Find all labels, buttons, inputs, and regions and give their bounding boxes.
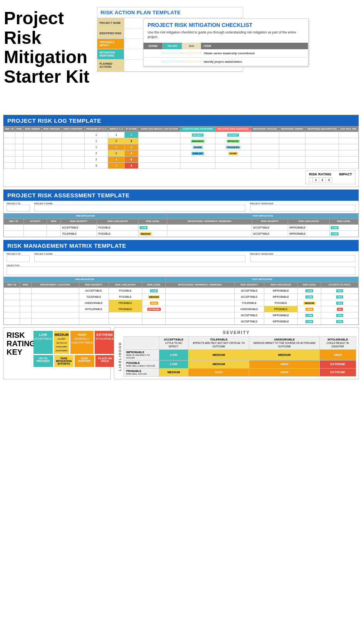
lr3-pos: SHARE	[180, 144, 215, 150]
rrk-medium: MEDIUMALARP(as low as reasonably practic…	[54, 331, 70, 354]
lr2-rtrigger	[251, 138, 279, 144]
col-resp-trigger: RESPONSE TRIGGER	[251, 127, 279, 132]
mr4-post-level: HIGH	[298, 306, 321, 312]
col-risk: RISK	[15, 127, 23, 132]
ar2-pre-level: MEDIUM	[138, 230, 167, 237]
col-a-post-sev: RISK SEVERITY	[252, 219, 288, 224]
mr2-post-sev: ACCEPTABLE	[234, 294, 264, 300]
ar1-pre-level: LOW	[138, 224, 167, 230]
sev-cell-pos-und: HIGH	[249, 360, 320, 368]
lr1-trigger	[42, 132, 62, 138]
matrix-row-4: INTOLERABLE PROBABLE EXTREME UNDESIRABLE…	[4, 306, 359, 312]
lr2-neg: MITIGATE	[215, 138, 251, 144]
checklist-header: PROJECT RISK MITIGATION CHECKLIST	[143, 19, 308, 30]
mr4-ref	[4, 306, 20, 312]
mr4-post-sev: UNDESIRABLE	[234, 306, 264, 312]
lr6-rdesc	[305, 163, 339, 169]
matrix-row-1: ACCEPTABLE POSSIBLE LOW ACCEPTABLE IMPRO…	[4, 287, 359, 294]
col-a-post-like: RISK LIKELIHOOD	[288, 219, 330, 224]
assessment-row-1: ACCEPTABLE POSSIBLE LOW ACCEPTABLE IMPRO…	[4, 224, 359, 230]
sev-cell-imp-int: HIGH	[320, 349, 356, 360]
ar1-ref	[4, 224, 24, 230]
col-item: ITEM	[201, 43, 308, 49]
risk-assessment-section: PROJECT RISK ASSESSMENT TEMPLATE PROJECT…	[0, 189, 362, 237]
rr-impact-1: 1	[313, 178, 319, 182]
lr1-pos: ACCEPT	[180, 132, 215, 138]
mr2-mit	[166, 294, 235, 300]
rrk-medium-action: TAKE MITIGATION EFFORTS	[54, 355, 74, 367]
mr1-ref	[4, 287, 20, 294]
col-a-ref: REF / ID	[4, 219, 24, 224]
col-m-post-like: RISK LIKELIHOOD	[264, 282, 298, 287]
rrk-high: HIGHGENERALLY UNACCEPTABLE	[70, 331, 93, 354]
mr6-accept: YES	[321, 318, 359, 324]
matrix-post-header: POST-MITIGATION	[166, 277, 359, 282]
col-m-risk: RISK	[20, 282, 31, 287]
lr2-cat	[62, 138, 84, 144]
mr3-pre-like: PROBABLE	[108, 300, 142, 306]
matrix-objective-row: OBJECTIVE	[3, 264, 359, 277]
lr4-rdesc	[305, 150, 339, 157]
matrix-row-5: ACCEPTABLE IMPROBABLE LOW YES	[4, 312, 359, 318]
sev-col-tolerable: TOLERABLEEFFECTS ARE FELT, BUT NOT CRITI…	[189, 336, 249, 349]
action-plan-label-5: PLANNED ACTIONS	[97, 60, 124, 71]
mr2-risk	[20, 294, 31, 300]
mr1-post-like: IMPROBABLE	[264, 287, 298, 294]
risk-assessment-container: PROJECT RISK ASSESSMENT TEMPLATE PROJECT…	[3, 189, 359, 237]
mr1-risk	[20, 287, 31, 294]
mr5-post-level: LOW	[298, 312, 321, 318]
sev-cell-imp-acc: LOW	[159, 349, 188, 360]
lr3-rowner	[279, 144, 305, 150]
risk-log-table: REF / ID RISK RISK OWNER RISK TRIGGER RI…	[3, 126, 359, 169]
ar1-post-level: LOW	[329, 224, 358, 230]
log-row-3: 1 3 3 SHARE TRANSFER	[4, 144, 359, 150]
mr6-dept	[31, 318, 79, 324]
col-m-ref: REF / ID	[4, 282, 20, 287]
lr1-impact: 1	[108, 132, 124, 138]
cr-item-1: Obtain senior leadership commitment	[201, 50, 308, 56]
lr4-pos: EXPLOIT	[180, 150, 215, 157]
meta-pm-box	[250, 205, 355, 212]
col-a-mitigations: MITIGATIONS / WARNINGS / REMEDIES	[167, 219, 252, 224]
matrix-pm-box	[250, 255, 355, 262]
lr1-cat	[62, 132, 84, 138]
log-row-6: 3 3 9	[4, 163, 359, 169]
risk-log-table-wrapper: REF / ID RISK RISK OWNER RISK TRIGGER RI…	[3, 126, 359, 169]
lr6-neg	[215, 163, 251, 169]
sev-cell-prob-und: HIGH	[249, 368, 320, 376]
col-risk-cat: RISK CATEGORY	[62, 127, 84, 132]
risk-matrix-header: RISK MANAGEMENT MATRIX TEMPLATE	[3, 240, 359, 251]
assessment-meta: PROJECT ID PROJECT NAME PROJECT MANAGER	[3, 201, 359, 213]
meta-project-manager: PROJECT MANAGER	[250, 202, 355, 212]
mr4-accept: NO	[321, 306, 359, 312]
rrk-inner: RISKRATINGKEY LOWACCEPTABLE MEDIUMALARP(…	[7, 331, 107, 367]
ar2-pre-sev: TOLERABLE	[61, 230, 97, 237]
card-checklist: PROJECT RISK MITIGATION CHECKLIST Use th…	[143, 18, 309, 67]
matrix-pre-header: PRE-MITIGATION	[4, 277, 166, 282]
lr4-trigger	[42, 150, 62, 157]
matrix-meta-row1: PROJECT ID PROJECT NAME PROJECT MANAGER	[3, 251, 359, 264]
meta-pname-box	[34, 205, 245, 212]
col-m-dept: DEPARTMENT / LOCATION	[31, 282, 79, 287]
col-risk-trigger: RISK TRIGGER	[42, 127, 62, 132]
mr6-pre-sev	[79, 318, 108, 324]
sev-table-wrap: LIKELIHOOD ACCEPTABLELITTLE TO NO EFFECT…	[117, 336, 356, 377]
sev-cell-pos-tol: MEDIUM	[189, 360, 249, 368]
col-a-pre-level: RISK LEVEL	[138, 219, 167, 224]
rrk-row-1: LOWACCEPTABLE MEDIUMALARP(as low as reas…	[33, 331, 115, 354]
lr5-ref	[4, 157, 15, 163]
checklist-col-headers: DONE TO-DO N/A ITEM	[143, 43, 308, 49]
rr-impact-3: 3	[326, 178, 332, 182]
lr3-risk	[15, 144, 23, 150]
meta-project-name: PROJECT NAME	[34, 202, 245, 212]
mr6-pre-like	[108, 318, 142, 324]
lr1-rowner	[279, 132, 305, 138]
mr3-post-like: POSSIBLE	[264, 300, 298, 306]
mr1-post-level: LOW	[298, 287, 321, 294]
sev-cell-imp-tol: MEDIUM	[189, 349, 249, 360]
action-plan-label-1: PROJECT NAME	[97, 18, 124, 28]
log-row-5: 2 3 6	[4, 157, 359, 163]
log-row-4: 2 2 4 EXPLOIT AVOID	[4, 150, 359, 157]
lr5-impact: 3	[108, 157, 124, 163]
lr2-owner	[23, 138, 42, 144]
